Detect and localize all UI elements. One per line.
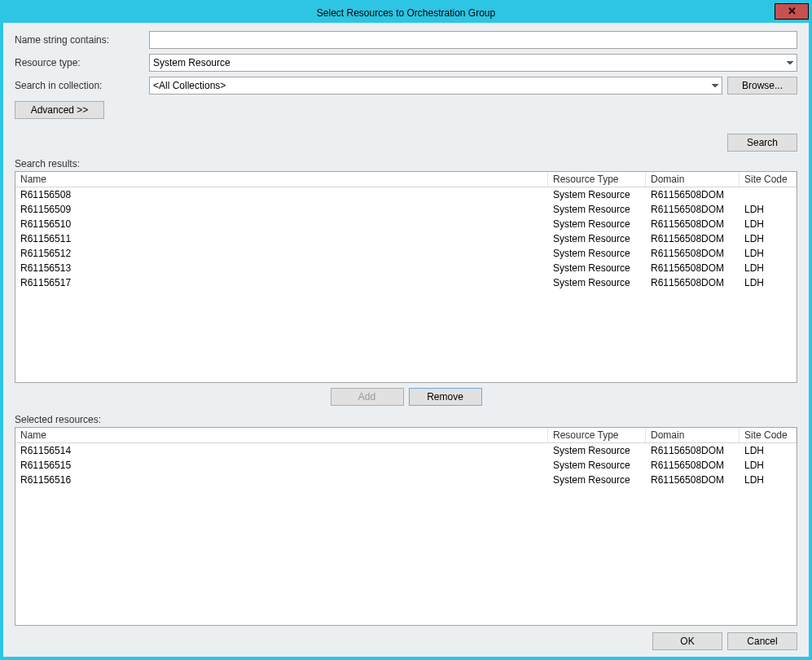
cell-name: R61156513	[15, 261, 548, 275]
cell-domain: R61156508DOM	[646, 202, 740, 217]
cell-domain: R61156508DOM	[646, 217, 740, 231]
table-row[interactable]: R61156509System ResourceR61156508DOMLDH	[15, 202, 797, 217]
table-row[interactable]: R61156512System ResourceR61156508DOMLDH	[15, 246, 797, 261]
row-resource-type: Resource type: System Resource	[15, 54, 797, 72]
cell-type: System Resource	[548, 231, 646, 246]
col-header-site[interactable]: Site Code	[740, 172, 797, 187]
cancel-button[interactable]: Cancel	[727, 632, 797, 650]
cell-type: System Resource	[548, 202, 646, 217]
cell-type: System Resource	[548, 443, 646, 458]
cell-name: R61156517	[15, 275, 548, 290]
cell-site: LDH	[740, 473, 797, 487]
cell-site: LDH	[740, 202, 797, 217]
search-button[interactable]: Search	[727, 134, 797, 152]
cell-name: R61156508	[15, 187, 548, 202]
close-icon: ✕	[788, 5, 797, 17]
titlebar: Select Resources to Orchestration Group …	[3, 3, 809, 23]
cell-name: R61156512	[15, 246, 548, 261]
cell-name: R61156510	[15, 217, 548, 231]
table-row[interactable]: R61156511System ResourceR61156508DOMLDH	[15, 231, 797, 246]
add-remove-row: Add Remove	[15, 383, 797, 414]
label-resource-type: Resource type:	[15, 57, 149, 68]
row-search: Search	[15, 134, 797, 152]
cell-site: LDH	[740, 443, 797, 458]
table-row[interactable]: R61156515System ResourceR61156508DOMLDH	[15, 458, 797, 473]
cell-name: R61156511	[15, 231, 548, 246]
cell-name: R61156516	[15, 473, 548, 487]
table-row[interactable]: R61156508System ResourceR61156508DOM	[15, 187, 797, 202]
dialog-window: Select Resources to Orchestration Group …	[2, 2, 810, 658]
table-row[interactable]: R61156516System ResourceR61156508DOMLDH	[15, 473, 797, 487]
cell-type: System Resource	[548, 473, 646, 487]
cell-domain: R61156508DOM	[646, 473, 740, 487]
cell-site: LDH	[740, 246, 797, 261]
cell-type: System Resource	[548, 187, 646, 202]
label-collection: Search in collection:	[15, 80, 149, 91]
cell-type: System Resource	[548, 246, 646, 261]
cell-type: System Resource	[548, 261, 646, 275]
label-search-results: Search results:	[15, 158, 797, 169]
dialog-content: Name string contains: Resource type: Sys…	[3, 23, 809, 657]
row-name-filter: Name string contains:	[15, 31, 797, 49]
table-row[interactable]: R61156513System ResourceR61156508DOMLDH	[15, 261, 797, 275]
cell-name: R61156509	[15, 202, 548, 217]
cell-domain: R61156508DOM	[646, 187, 740, 202]
remove-button[interactable]: Remove	[409, 388, 482, 406]
cell-name: R61156515	[15, 458, 548, 473]
selected-body: R61156514System ResourceR61156508DOMLDHR…	[15, 443, 797, 487]
cell-type: System Resource	[548, 275, 646, 290]
name-contains-input[interactable]	[149, 31, 797, 49]
selected-resources-list[interactable]: Name Resource Type Domain Site Code R611…	[15, 427, 797, 626]
table-row[interactable]: R61156517System ResourceR61156508DOMLDH	[15, 275, 797, 290]
col-header-domain[interactable]: Domain	[646, 428, 740, 442]
browse-button[interactable]: Browse...	[727, 77, 797, 95]
cell-site: LDH	[740, 261, 797, 275]
cell-site: LDH	[740, 458, 797, 473]
results-body: R61156508System ResourceR61156508DOMR611…	[15, 187, 797, 290]
cell-domain: R61156508DOM	[646, 275, 740, 290]
col-header-name[interactable]: Name	[15, 172, 548, 187]
advanced-button[interactable]: Advanced >>	[15, 101, 104, 119]
col-header-type[interactable]: Resource Type	[548, 428, 646, 442]
cell-type: System Resource	[548, 458, 646, 473]
table-row[interactable]: R61156510System ResourceR61156508DOMLDH	[15, 217, 797, 231]
close-button[interactable]: ✕	[775, 3, 809, 20]
dialog-footer: OK Cancel	[15, 626, 797, 650]
window-title: Select Resources to Orchestration Group	[317, 7, 495, 19]
table-row[interactable]: R61156514System ResourceR61156508DOMLDH	[15, 443, 797, 458]
cell-site: LDH	[740, 217, 797, 231]
resource-type-select[interactable]: System Resource	[149, 54, 797, 72]
search-results-list[interactable]: Name Resource Type Domain Site Code R611…	[15, 171, 797, 383]
cell-domain: R61156508DOM	[646, 231, 740, 246]
cell-name: R61156514	[15, 443, 548, 458]
collection-select[interactable]: <All Collections>	[149, 77, 722, 95]
add-button[interactable]: Add	[331, 388, 404, 406]
cell-domain: R61156508DOM	[646, 246, 740, 261]
cell-domain: R61156508DOM	[646, 443, 740, 458]
col-header-domain[interactable]: Domain	[646, 172, 740, 187]
col-header-type[interactable]: Resource Type	[548, 172, 646, 187]
selected-header: Name Resource Type Domain Site Code	[15, 428, 797, 443]
row-advanced: Advanced >>	[15, 99, 797, 119]
label-selected-resources: Selected resources:	[15, 414, 797, 425]
col-header-name[interactable]: Name	[15, 428, 548, 442]
ok-button[interactable]: OK	[652, 632, 722, 650]
label-name-contains: Name string contains:	[15, 34, 149, 46]
row-collection: Search in collection: <All Collections> …	[15, 77, 797, 95]
results-header: Name Resource Type Domain Site Code	[15, 172, 797, 187]
cell-domain: R61156508DOM	[646, 261, 740, 275]
cell-site	[740, 187, 797, 202]
cell-site: LDH	[740, 275, 797, 290]
cell-site: LDH	[740, 231, 797, 246]
cell-type: System Resource	[548, 217, 646, 231]
col-header-site[interactable]: Site Code	[740, 428, 797, 442]
cell-domain: R61156508DOM	[646, 458, 740, 473]
